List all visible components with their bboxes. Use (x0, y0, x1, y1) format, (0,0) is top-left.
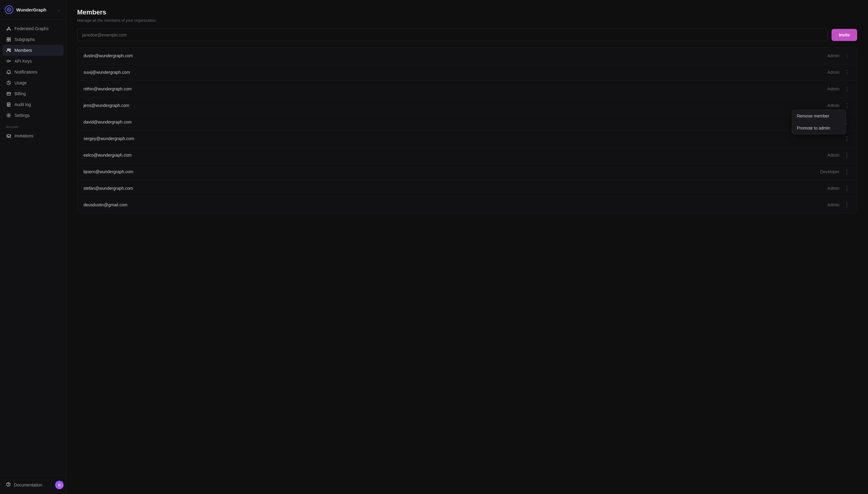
subgraph-icon (6, 37, 12, 42)
app-name: WunderGraph (16, 7, 54, 12)
email-input[interactable] (77, 28, 828, 41)
member-email: eelco@wundergraph.com (84, 153, 827, 157)
svg-rect-12 (7, 93, 11, 95)
table-row: david@wundergraph.com Developer ⋮ Remove… (77, 114, 857, 130)
member-role: Admin (827, 103, 839, 108)
sidebar-item-invitations[interactable]: Invitations (2, 130, 63, 141)
table-row: suvij@wundergraph.com Admin ⋮ (77, 64, 857, 81)
account-section-label: Account (2, 121, 63, 130)
sidebar-divider (0, 19, 66, 20)
settings-icon (6, 113, 12, 118)
member-role: Developer (820, 169, 839, 174)
billing-icon (6, 91, 12, 96)
documentation-label: Documentation (14, 482, 42, 487)
member-email: nithin@wundergraph.com (84, 87, 827, 91)
content-area: Invite dustin@wundergraph.com Admin ⋮ su… (66, 28, 868, 213)
table-row: eelco@wundergraph.com Admin ⋮ (77, 147, 857, 164)
table-row: nithin@wundergraph.com Admin ⋮ (77, 81, 857, 97)
page-header: Members Manage all the members of your o… (66, 0, 868, 28)
sidebar-item-label-federated-graphs: Federated Graphs (15, 26, 49, 31)
key-icon (6, 58, 12, 64)
circle-question-icon (6, 482, 11, 488)
invite-icon (6, 133, 12, 138)
member-menu-button[interactable]: ⋮ (843, 102, 851, 109)
table-row: dustin@wundergraph.com Admin ⋮ (77, 48, 857, 64)
members-table: dustin@wundergraph.com Admin ⋮ suvij@wun… (77, 47, 857, 213)
sidebar-item-subgraphs[interactable]: Subgraphs (2, 34, 63, 45)
svg-rect-6 (7, 40, 8, 41)
page-subtitle: Manage all the members of your organizat… (77, 18, 857, 23)
app-logo[interactable]: WunderGraph ⌄ (0, 0, 66, 19)
table-row: deusdustin@gmail.com Admin ⋮ (77, 197, 857, 213)
table-row: sergey@wundergraph.com ⋮ (77, 130, 857, 147)
member-role: Admin (827, 70, 839, 75)
member-email: sergey@wundergraph.com (84, 136, 839, 141)
member-role: Admin (827, 186, 839, 191)
logo-icon (5, 5, 13, 14)
sidebar-item-label-usage: Usage (15, 80, 26, 85)
member-role: Admin (827, 203, 839, 207)
sidebar-item-settings[interactable]: Settings (2, 110, 63, 121)
member-role: Admin (827, 53, 839, 58)
sidebar-item-label-subgraphs: Subgraphs (15, 37, 35, 42)
graph-icon (6, 26, 12, 31)
member-menu-button[interactable]: ⋮ (843, 135, 851, 142)
svg-rect-5 (9, 38, 11, 39)
audit-icon (6, 102, 12, 107)
chevron-down-icon: ⌄ (57, 7, 60, 12)
svg-point-14 (8, 115, 10, 116)
sidebar-item-label-audit-log: Audit log (15, 102, 31, 107)
sidebar-item-usage[interactable]: Usage (2, 77, 63, 88)
menu-item-promote-admin[interactable]: Promote to admin (792, 122, 846, 134)
invite-row: Invite (77, 28, 857, 41)
sidebar-item-federated-graphs[interactable]: Federated Graphs (2, 23, 63, 34)
sidebar-bottom: Documentation n (0, 475, 66, 494)
svg-rect-7 (9, 40, 11, 41)
member-menu-button[interactable]: ⋮ (843, 152, 851, 158)
table-row: stefan@wundergraph.com Admin ⋮ (77, 180, 857, 197)
svg-point-8 (7, 49, 9, 50)
member-role: Admin (827, 153, 839, 157)
bell-icon (6, 69, 12, 75)
member-menu-button[interactable]: ⋮ (843, 52, 851, 59)
usage-icon (6, 80, 12, 86)
avatar[interactable]: n (55, 481, 63, 489)
menu-item-remove-member[interactable]: Remove member (792, 110, 846, 122)
main-content: Members Manage all the members of your o… (66, 0, 868, 494)
sidebar-item-label-settings: Settings (15, 113, 30, 118)
page-title: Members (77, 8, 857, 16)
table-row: jens@wundergraph.com Admin ⋮ (77, 97, 857, 114)
documentation-link[interactable]: Documentation (2, 479, 52, 490)
member-email: jens@wundergraph.com (84, 103, 827, 108)
member-menu-button[interactable]: ⋮ (843, 86, 851, 92)
svg-point-17 (8, 486, 9, 486)
member-email: suvij@wundergraph.com (84, 70, 827, 75)
member-menu-button[interactable]: ⋮ (843, 185, 851, 192)
member-role: Admin (827, 87, 839, 91)
member-menu-button[interactable]: ⋮ (843, 202, 851, 208)
sidebar-item-label-billing: Billing (15, 91, 25, 96)
member-email: david@wundergraph.com (84, 119, 820, 125)
member-menu-button[interactable]: ⋮ (843, 168, 851, 175)
sidebar-item-label-notifications: Notifications (15, 70, 37, 74)
sidebar-item-members[interactable]: Members (2, 45, 63, 56)
sidebar-item-api-keys[interactable]: API Keys (2, 56, 63, 66)
sidebar-item-audit-log[interactable]: Audit log (2, 99, 63, 110)
member-email: bjoern@wundergraph.com (84, 169, 820, 174)
sidebar-item-label-invitations: Invitations (15, 133, 34, 138)
member-menu-button[interactable]: ⋮ (843, 69, 851, 76)
member-email: deusdustin@gmail.com (84, 203, 827, 207)
invite-button[interactable]: Invite (832, 29, 857, 41)
sidebar-item-billing[interactable]: Billing (2, 88, 63, 99)
table-row: bjoern@wundergraph.com Developer ⋮ (77, 164, 857, 180)
sidebar-item-notifications[interactable]: Notifications (2, 66, 63, 77)
sidebar-item-label-api-keys: API Keys (15, 59, 32, 63)
context-menu: Remove member Promote to admin (792, 110, 846, 134)
svg-point-9 (10, 49, 11, 50)
member-email: dustin@wundergraph.com (84, 53, 827, 58)
members-icon (6, 48, 12, 53)
member-email: stefan@wundergraph.com (84, 186, 827, 191)
sidebar-item-label-members: Members (15, 48, 32, 53)
sidebar-nav: Federated Graphs Subgraphs Members API K… (0, 22, 66, 475)
sidebar: WunderGraph ⌄ Federated Graphs Subgraphs… (0, 0, 66, 494)
